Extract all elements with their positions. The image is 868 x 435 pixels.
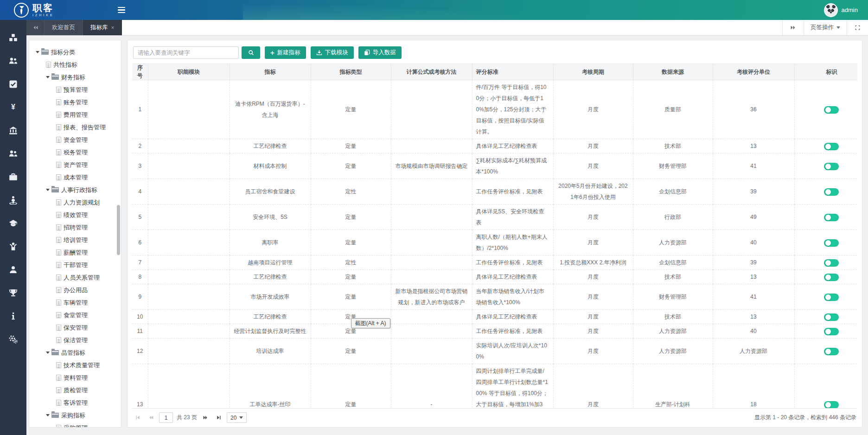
tab-欢迎首页[interactable]: 欢迎首页 xyxy=(44,20,83,35)
flag-toggle[interactable] xyxy=(824,328,839,335)
cell-flag xyxy=(794,339,857,364)
cell-module xyxy=(148,80,230,139)
tree-node-file[interactable]: 费用管理 xyxy=(34,109,121,121)
tree-node-file[interactable]: 采购管理 xyxy=(34,422,121,428)
flag-toggle[interactable] xyxy=(824,188,839,196)
tree-node-file[interactable]: 培训管理 xyxy=(34,234,121,246)
tree-node-file[interactable]: 保安管理 xyxy=(34,321,121,334)
tabs-scroll-right-button[interactable] xyxy=(782,20,804,35)
tree-node-folder[interactable]: 指标分类 xyxy=(34,46,121,58)
menu-toggle-icon[interactable] xyxy=(115,4,128,16)
flag-toggle[interactable] xyxy=(824,294,839,301)
check-square-icon[interactable] xyxy=(9,79,18,89)
gears-icon[interactable] xyxy=(9,334,18,344)
flag-toggle[interactable] xyxy=(824,214,839,221)
next-page-button[interactable] xyxy=(201,414,210,422)
group-icon[interactable] xyxy=(9,149,18,158)
user-icon[interactable] xyxy=(9,265,18,274)
first-page-button[interactable] xyxy=(133,414,142,422)
cell-criteria: 件/百万件 等于目标值，得100分；小于目标值，每低于10%加5分，125分封顶… xyxy=(472,80,553,139)
tab-指标库[interactable]: 指标库× xyxy=(83,20,122,35)
tree-caret-icon[interactable] xyxy=(46,189,50,193)
tree-node-file[interactable]: 账务管理 xyxy=(34,96,121,109)
tree-node-file[interactable]: 招聘管理 xyxy=(34,221,121,234)
tree-node-file[interactable]: 质检管理 xyxy=(34,384,121,397)
table-row: 7越南项目运行管理定性工作任务评价标准，见附表1.投资总额XXX 2.年净利润企… xyxy=(132,256,857,270)
tree-caret-icon[interactable] xyxy=(36,51,39,55)
tree-node-file[interactable]: 报表、报告管理 xyxy=(34,121,121,134)
yen-icon[interactable]: ¥ xyxy=(9,102,18,112)
trophy-icon[interactable] xyxy=(9,288,18,297)
tree-node-file[interactable]: 食堂管理 xyxy=(34,309,121,321)
tree-node-file[interactable]: 干部管理 xyxy=(34,259,121,271)
tree-node-file[interactable]: 预算管理 xyxy=(34,83,121,96)
导入数据-button[interactable]: 导入数据 xyxy=(358,46,402,59)
cell-unit: 49 xyxy=(713,205,794,230)
tree-node-label: 客诉管理 xyxy=(64,399,88,407)
tree-caret-icon[interactable] xyxy=(46,414,50,418)
tree-node-file[interactable]: 人员关系管理 xyxy=(34,271,121,284)
search-button[interactable] xyxy=(242,46,260,59)
tree-node-file[interactable]: 资料管理 xyxy=(34,371,121,384)
tree-scrollbar[interactable] xyxy=(117,205,120,255)
tree-node-file[interactable]: 资产管理 xyxy=(34,159,121,171)
下载模块-button[interactable]: 下载模块 xyxy=(311,46,354,59)
avatar[interactable] xyxy=(824,3,838,17)
file-icon xyxy=(56,425,61,428)
last-page-button[interactable] xyxy=(214,414,223,422)
flag-toggle[interactable] xyxy=(824,106,839,114)
prev-page-button[interactable] xyxy=(146,414,155,422)
close-icon[interactable]: × xyxy=(111,25,115,31)
flag-toggle[interactable] xyxy=(824,348,839,355)
child-icon[interactable] xyxy=(9,242,18,251)
file-icon xyxy=(56,137,61,143)
tree-caret-icon[interactable] xyxy=(46,76,50,80)
flag-toggle[interactable] xyxy=(824,163,839,170)
street-view-icon[interactable] xyxy=(9,195,18,205)
screenshot-tooltip: 截图(Alt + A) xyxy=(351,318,390,328)
flag-toggle[interactable] xyxy=(824,401,839,408)
bank-icon[interactable] xyxy=(9,126,18,135)
tree-node-folder[interactable]: 品管指标 xyxy=(34,346,121,359)
info-icon[interactable] xyxy=(9,311,18,320)
cell-indicator: 市场开发成效率 xyxy=(230,284,311,310)
flag-toggle[interactable] xyxy=(824,143,839,150)
flag-toggle[interactable] xyxy=(824,313,839,321)
tree-node-file[interactable]: 成本管理 xyxy=(34,171,121,184)
tree-node-label: 办公用品 xyxy=(64,286,88,294)
current-page-box[interactable]: 1 xyxy=(159,412,173,423)
tree-node-folder[interactable]: 财务指标 xyxy=(34,71,121,83)
tree-node-file[interactable]: 绩效管理 xyxy=(34,209,121,221)
team-icon[interactable] xyxy=(9,56,18,65)
tab-actions-dropdown[interactable]: 页签操作 xyxy=(804,20,847,35)
tree-node-file[interactable]: 人力资源规划 xyxy=(34,196,121,209)
cell-source: 技术部 xyxy=(633,139,713,154)
pagination-bar: 1 共 23 页 20 显示第 1 - 20 条记录，检索到 446 条记录 xyxy=(132,408,857,427)
flag-toggle[interactable] xyxy=(824,274,839,281)
graduation-cap-icon[interactable] xyxy=(9,218,18,228)
tree-node-file[interactable]: 技术质量管理 xyxy=(34,359,121,371)
tree-node-folder[interactable]: 采购指标 xyxy=(34,409,121,422)
tree-node-file[interactable]: 办公用品 xyxy=(34,284,121,296)
search-input[interactable] xyxy=(133,46,239,59)
新建指标-button[interactable]: +新建指标 xyxy=(265,46,306,59)
briefcase-icon[interactable] xyxy=(9,172,18,181)
tabs-scroll-left-button[interactable] xyxy=(26,20,44,35)
tree-node-file[interactable]: 客诉管理 xyxy=(34,397,121,409)
user-menu[interactable]: admin xyxy=(824,3,858,17)
tree-node-file[interactable]: 共性指标 xyxy=(34,58,121,71)
flag-toggle[interactable] xyxy=(824,239,839,247)
tree-caret-icon[interactable] xyxy=(46,352,50,356)
flag-toggle[interactable] xyxy=(824,259,839,267)
tree-node-file[interactable]: 车辆管理 xyxy=(34,296,121,309)
tree-node-label: 费用管理 xyxy=(64,111,88,119)
tree-node-folder[interactable]: 人事行政指标 xyxy=(34,184,121,196)
tree-node-file[interactable]: 薪酬管理 xyxy=(34,246,121,259)
cubes-icon[interactable] xyxy=(9,33,18,42)
page-size-select[interactable]: 20 xyxy=(227,412,247,423)
fullscreen-button[interactable] xyxy=(847,20,868,35)
tree-node-file[interactable]: 税务管理 xyxy=(34,146,121,159)
cell-indicator: 经营计划监督执行及时完整性 xyxy=(230,324,311,339)
tree-node-file[interactable]: 保洁管理 xyxy=(34,334,121,346)
tree-node-file[interactable]: 资金管理 xyxy=(34,134,121,146)
